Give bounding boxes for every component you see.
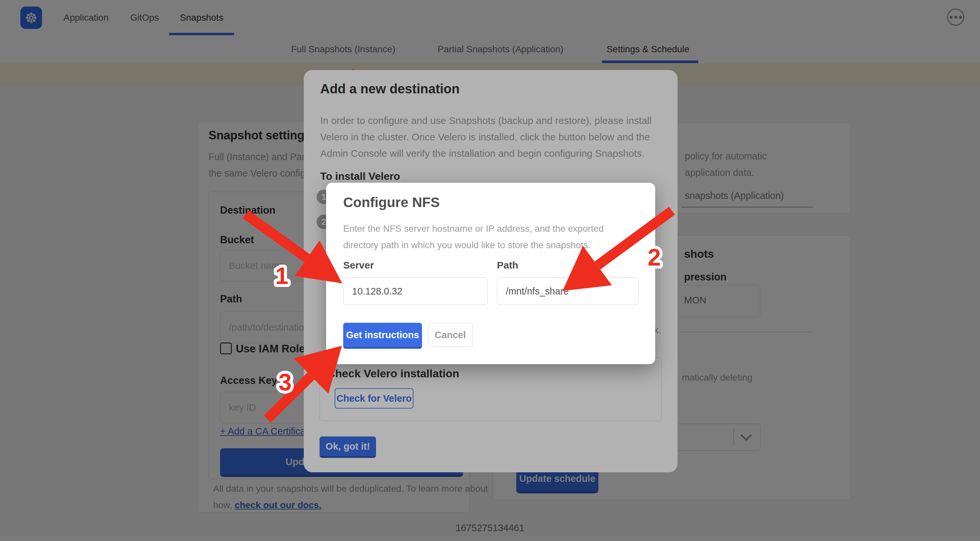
configure-nfs-title: Configure NFS bbox=[343, 195, 440, 211]
nfs-path-label: Path bbox=[497, 260, 518, 271]
server-label: Server bbox=[343, 260, 374, 271]
nfs-description-line2: directory path in which you would like t… bbox=[343, 240, 590, 251]
nfs-description-line1: Enter the NFS server hostname or IP addr… bbox=[343, 223, 604, 234]
admin-console-page: ☸ Application GitOps Snapshots Full Snap… bbox=[0, 0, 980, 541]
nfs-path-input[interactable] bbox=[497, 278, 639, 305]
cancel-button[interactable]: Cancel bbox=[428, 323, 473, 347]
server-input[interactable] bbox=[343, 278, 488, 305]
configure-nfs-modal: Configure NFS Enter the NFS server hostn… bbox=[326, 183, 655, 364]
get-instructions-button[interactable]: Get instructions bbox=[343, 323, 422, 349]
